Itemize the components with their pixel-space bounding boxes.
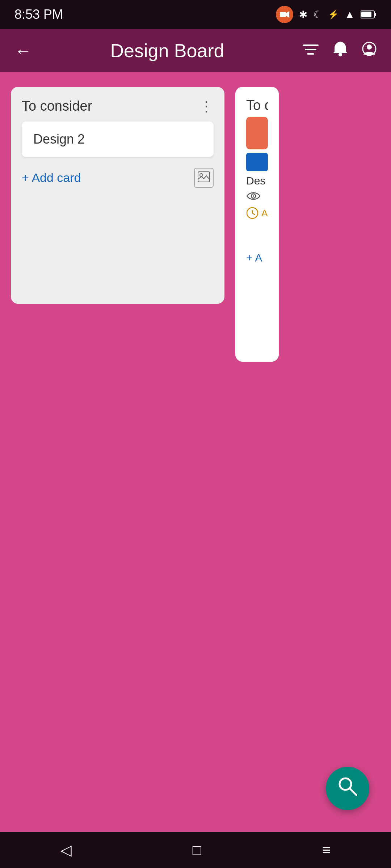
- page-title: Design Board: [43, 40, 292, 61]
- svg-rect-7: [307, 53, 314, 55]
- back-button[interactable]: ←: [14, 41, 32, 61]
- svg-point-8: [339, 53, 342, 56]
- app-bar-actions: [303, 41, 377, 60]
- app-bar: ← Design Board: [0, 29, 391, 72]
- second-column-card-image: [246, 117, 268, 149]
- filter-icon[interactable]: [303, 42, 319, 60]
- column-title: To consider: [22, 98, 92, 114]
- svg-rect-3: [374, 13, 376, 16]
- lightning-icon: ⚡: [328, 9, 339, 20]
- column-second: To d Des A + A: [235, 87, 279, 362]
- bell-icon[interactable]: [333, 41, 348, 60]
- board-area: To consider ⋮ Design 2 + Add card To d D…: [0, 72, 391, 832]
- moon-icon: ☾: [313, 9, 322, 21]
- svg-point-10: [367, 44, 372, 50]
- status-time: 8:53 PM: [14, 7, 63, 22]
- svg-rect-5: [303, 44, 319, 46]
- bluetooth-icon: ✱: [299, 9, 307, 21]
- nav-bar: ◁ □ ≡: [0, 832, 391, 868]
- svg-rect-11: [198, 172, 210, 182]
- svg-rect-4: [361, 12, 371, 17]
- svg-rect-6: [305, 49, 316, 50]
- nav-home-button[interactable]: □: [193, 842, 201, 858]
- second-column-blank: [246, 223, 268, 244]
- second-column-blue-bar: [246, 153, 268, 171]
- second-column-card-title: Des: [246, 175, 268, 187]
- clock-label: A: [261, 208, 268, 219]
- column-header: To consider ⋮: [22, 98, 214, 114]
- status-icons: ✱ ☾ ⚡ ▲: [276, 6, 377, 23]
- nav-menu-button[interactable]: ≡: [322, 842, 331, 858]
- nav-back-button[interactable]: ◁: [60, 842, 72, 858]
- svg-marker-1: [286, 11, 289, 18]
- clock-icon: A: [246, 207, 268, 219]
- search-fab-button[interactable]: [326, 767, 369, 810]
- profile-icon[interactable]: [362, 42, 377, 60]
- add-card-image-button[interactable]: [194, 168, 214, 188]
- column-menu-button[interactable]: ⋮: [199, 98, 214, 114]
- second-column-add-button[interactable]: + A: [246, 252, 268, 264]
- card-title: Design 2: [33, 132, 85, 146]
- battery-icon: [361, 10, 377, 19]
- second-column-title: To d: [246, 98, 268, 113]
- camera-recording-icon: [276, 6, 293, 23]
- column-to-consider: To consider ⋮ Design 2 + Add card: [11, 87, 224, 304]
- card-design2[interactable]: Design 2: [22, 122, 214, 157]
- status-bar: 8:53 PM ✱ ☾ ⚡ ▲: [0, 0, 391, 29]
- add-card-button[interactable]: + Add card: [22, 171, 81, 185]
- add-card-row: + Add card: [22, 168, 214, 188]
- svg-line-17: [252, 213, 255, 215]
- search-fab-icon: [337, 776, 358, 801]
- svg-rect-0: [280, 12, 286, 17]
- eye-icon: [246, 191, 268, 204]
- svg-line-19: [350, 788, 356, 795]
- svg-point-14: [253, 195, 254, 197]
- wifi-icon: ▲: [345, 9, 355, 20]
